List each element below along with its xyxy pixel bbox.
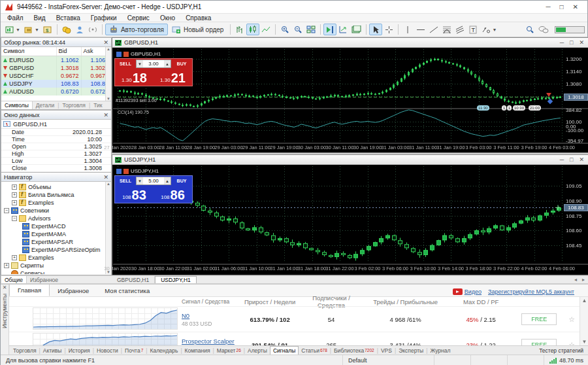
- horizontal-line-tool-button[interactable]: [414, 24, 427, 35]
- chart-tab-gbpusd[interactable]: GBPUSD,H1: [112, 276, 155, 283]
- header-trades[interactable]: Трейды / Прибыльные: [363, 298, 448, 305]
- usdjpy-window-titlebar[interactable]: USDJPY,H1 ─ □ ✕: [112, 155, 588, 165]
- bottom-tab-assets[interactable]: Активы: [41, 346, 65, 355]
- navigator-close-icon[interactable]: ✕: [103, 174, 108, 181]
- symbol-row-gbpusd[interactable]: GBPUSD 1.30181.3021: [1, 64, 111, 72]
- free-button[interactable]: FREE: [521, 339, 557, 345]
- arrow-objects-button[interactable]: ▼: [480, 24, 498, 35]
- gbpusd-sell-price[interactable]: 1.3018: [115, 69, 154, 86]
- data-window-close-icon[interactable]: ✕: [103, 112, 108, 118]
- menu-window[interactable]: Окно: [160, 14, 175, 22]
- nav-item-expertmapsar[interactable]: ExpertMAPSAR: [3, 238, 111, 246]
- bottom-tab-calendar[interactable]: Календарь: [147, 346, 180, 355]
- search-icon[interactable]: [523, 24, 536, 35]
- signal-name-link[interactable]: N0: [182, 312, 189, 319]
- volume-up-icon[interactable]: ▲: [164, 60, 171, 67]
- panel-red-icon[interactable]: [123, 169, 129, 174]
- payments-icon[interactable]: [60, 24, 73, 35]
- nav-item-scripts[interactable]: +Скрипты: [3, 262, 111, 269]
- usdjpy-buy-button[interactable]: BUY: [171, 176, 192, 186]
- signals-scrollbar[interactable]: ▲▼: [580, 297, 588, 345]
- signals-tab-main[interactable]: Главная: [9, 284, 50, 296]
- gbpusd-position-label[interactable]: #11392393 sell 3.00: [116, 98, 157, 103]
- trendline-tool-button[interactable]: [427, 24, 440, 35]
- close-button[interactable]: ✕: [573, 3, 578, 10]
- signals-tab-my-stats[interactable]: Моя статистика: [97, 285, 157, 296]
- usdjpy-buy-price[interactable]: 10886: [154, 186, 192, 203]
- bottom-tab-alerts[interactable]: Алерты: [245, 346, 270, 355]
- nav-tab-favorites[interactable]: Избранное: [27, 276, 61, 283]
- usdjpy-sell-price[interactable]: 10883: [115, 186, 154, 203]
- bottom-tab-company[interactable]: Компания: [182, 346, 213, 355]
- nav-tab-common[interactable]: Общие: [1, 276, 27, 283]
- tab-symbols[interactable]: Символы: [1, 101, 33, 109]
- chart-minimize-button[interactable]: ─: [560, 39, 564, 46]
- profiles-button[interactable]: ▼: [22, 24, 41, 35]
- panel-blue-icon[interactable]: [116, 52, 122, 57]
- symbol-row-usdjpy[interactable]: USDJPY 108.83108.86: [1, 80, 111, 88]
- nav-item-services[interactable]: Сервисы: [3, 269, 111, 274]
- nav-item-advisor-examples[interactable]: +Examples: [3, 254, 111, 262]
- market-watch-close-icon[interactable]: ✕: [103, 39, 108, 46]
- nav-item-indicator-examples[interactable]: +Examples: [3, 199, 111, 207]
- menu-charts[interactable]: Графики: [91, 14, 117, 22]
- strategy-tester-tab[interactable]: Тестер стратегий: [539, 346, 588, 355]
- bottom-tab-journal[interactable]: Журнал: [427, 346, 453, 355]
- gbpusd-window-titlebar[interactable]: GBPUSD,H1 ─ □ ✕: [112, 38, 588, 48]
- time-marker[interactable]: 10:30: [513, 105, 525, 111]
- auto-scroll-button[interactable]: [336, 24, 350, 35]
- signals-tab-favorites[interactable]: Избранное: [50, 285, 97, 296]
- favorite-star-icon[interactable]: ☆: [564, 341, 580, 346]
- bottom-tab-articles[interactable]: Статьи678: [299, 346, 329, 355]
- crosshair-tool-button[interactable]: [382, 24, 395, 35]
- candlestick-mode-button[interactable]: [246, 24, 259, 35]
- bottom-tab-vps[interactable]: VPS: [378, 346, 395, 355]
- zoom-in-button[interactable]: [278, 24, 291, 35]
- time-marker[interactable]: 11:30: [477, 105, 489, 111]
- tile-windows-button[interactable]: [304, 24, 318, 35]
- symbol-row-eurusd[interactable]: EURUSD 1.10621.1065: [1, 56, 111, 64]
- cursor-tool-button[interactable]: [369, 24, 382, 35]
- header-signal-funds[interactable]: Сигнал / Средства: [182, 298, 240, 305]
- favorite-star-icon[interactable]: ☆: [564, 315, 580, 324]
- signal-row-n0[interactable]: N048 033 USD 613.79% / 102 54 4 968 /61%…: [9, 306, 580, 332]
- zoom-out-button[interactable]: [291, 24, 304, 35]
- market-watch-toggle-icon[interactable]: $: [41, 24, 54, 35]
- bottom-tab-news[interactable]: Новости: [94, 346, 121, 355]
- panel-red-icon[interactable]: [123, 52, 129, 57]
- usdjpy-volume-value[interactable]: 5.00: [143, 177, 164, 184]
- toolbox-close-icon[interactable]: ✕: [1, 285, 8, 292]
- bar-chart-mode-button[interactable]: [233, 24, 246, 35]
- vertical-line-tool-button[interactable]: [401, 24, 414, 35]
- tab-details[interactable]: Детали: [33, 101, 57, 109]
- line-chart-mode-button[interactable]: [259, 24, 272, 35]
- volume-down-icon[interactable]: ▼: [137, 60, 143, 67]
- chat-icon[interactable]: [536, 24, 551, 35]
- menu-tools[interactable]: Сервис: [127, 14, 150, 22]
- market-watch-scrollbar[interactable]: ▲▼: [105, 47, 111, 101]
- shift-end-button[interactable]: [323, 24, 336, 35]
- symbol-row-audusd[interactable]: AUDUSD 0.67200.6723: [1, 88, 111, 96]
- header-maxdd[interactable]: Max DD / PF: [448, 298, 514, 305]
- maximize-button[interactable]: □: [560, 3, 564, 10]
- new-order-button[interactable]: Новый ордер: [168, 24, 228, 35]
- nav-item-bill-williams[interactable]: +Билла Вильямса: [3, 191, 111, 199]
- register-mql5-link[interactable]: Зарегистрируйте MQL5 аккаунт: [488, 288, 574, 295]
- tab-ticks[interactable]: Тик: [90, 101, 105, 109]
- status-profile[interactable]: Default: [343, 355, 434, 365]
- nav-item-advisors-folder[interactable]: −Advisors: [3, 215, 111, 222]
- chart-close-button[interactable]: ✕: [579, 156, 584, 163]
- gbpusd-volume-stepper[interactable]: ▼ 3.00 ▲: [136, 60, 171, 68]
- chart-tabs-scroll-left-icon[interactable]: ◂: [574, 277, 577, 283]
- autotrade-button[interactable]: Авто-торговля: [105, 24, 168, 35]
- signal-row-prospector[interactable]: Prospector Scalper EA 301.54% / 91 265 3…: [9, 332, 580, 345]
- templates-button[interactable]: [350, 24, 363, 35]
- gbpusd-buy-button[interactable]: BUY: [171, 59, 192, 69]
- tab-trade[interactable]: Торговля: [59, 101, 89, 109]
- bottom-tab-trade[interactable]: Торговля: [10, 346, 39, 355]
- usdjpy-sell-button[interactable]: SELL: [115, 176, 136, 186]
- header-growth[interactable]: Прирост / Недели: [240, 298, 299, 305]
- bottom-tab-codebase[interactable]: Библиотека7202: [331, 346, 377, 355]
- new-chart-button[interactable]: ▼: [3, 24, 22, 35]
- nav-item-advisors-root[interactable]: −Советники: [3, 207, 111, 215]
